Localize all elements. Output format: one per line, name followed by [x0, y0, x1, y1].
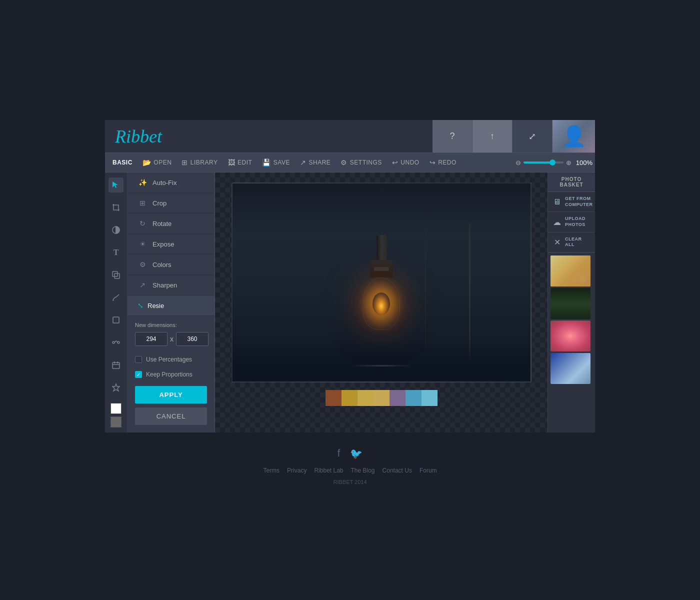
thumbnail-1[interactable] [550, 256, 590, 286]
expose-tool[interactable]: ☀ Expose [128, 234, 214, 254]
colors-tool[interactable]: ⚙ Colors [128, 254, 214, 275]
user-avatar[interactable]: 👤 [552, 120, 595, 152]
background-color-swatch[interactable] [110, 416, 122, 428]
expose-icon: ☀ [138, 240, 148, 248]
facebook-icon[interactable]: f [338, 448, 340, 460]
palette-color-2[interactable] [342, 390, 358, 406]
use-percentages-row[interactable]: Use Percentages [128, 352, 214, 367]
thumbnail-2[interactable] [550, 288, 590, 319]
svg-rect-4 [113, 317, 119, 323]
tab-basic[interactable]: BASIC [108, 153, 138, 172]
auto-fix-label: Auto-Fix [152, 179, 176, 186]
help-button[interactable]: ? [432, 120, 472, 152]
save-icon: 💾 [262, 158, 271, 166]
tab-save[interactable]: 💾 SAVE [257, 153, 295, 172]
privacy-link[interactable]: Privacy [287, 467, 306, 474]
clear-all-icon: ✕ [552, 238, 562, 247]
sidebar-clone-tool[interactable] [108, 268, 124, 282]
rotate-icon: ↻ [138, 220, 148, 228]
thumbnail-4[interactable] [550, 353, 590, 384]
share-label: SHARE [308, 159, 330, 166]
sharpen-icon: ↗ [138, 281, 148, 289]
edit-label: EDIT [238, 159, 252, 166]
rotate-tool[interactable]: ↻ Rotate [128, 214, 214, 234]
sidebar-text-tool[interactable]: T [108, 245, 124, 260]
sidebar-star-tool[interactable] [108, 380, 124, 395]
tab-redo[interactable]: ↪ REDO [424, 153, 462, 172]
palette-color-3[interactable] [358, 390, 374, 406]
get-from-computer-button[interactable]: 🖥 GET FROM COMPUTER [548, 192, 595, 212]
sidebar-select-tool[interactable] [108, 178, 124, 192]
forum-link[interactable]: Forum [420, 467, 437, 474]
clear-all-label: CLEAR ALL [565, 236, 591, 248]
tool-panel: ✨ Auto-Fix ⊞ Crop ↻ Rotate ☀ Expose ⚙ Co… [128, 172, 215, 432]
palette-color-4[interactable] [374, 390, 390, 406]
crop-icon: ⊞ [138, 199, 148, 207]
sidebar-path-tool[interactable] [108, 335, 124, 350]
sidebar-crop-tool[interactable] [108, 200, 124, 215]
tab-share[interactable]: ↗ SHARE [295, 153, 336, 172]
upload-photos-label: UPLOAD PHOTOS [565, 216, 591, 228]
main-toolbar: BASIC 📂 OPEN ⊞ LIBRARY 🖼 EDIT 💾 SAVE ↗ S… [105, 152, 595, 172]
sidebar-exposure-tool[interactable] [108, 222, 124, 238]
resize-tool[interactable]: ⤡ Resie [128, 296, 214, 316]
zoom-increase-icon[interactable]: ⊕ [566, 159, 572, 166]
tab-library[interactable]: ⊞ LIBRARY [176, 153, 222, 172]
cancel-button[interactable]: CANCEL [135, 408, 207, 425]
sidebar-brush-tool[interactable] [108, 290, 124, 305]
palette-color-6[interactable] [406, 390, 422, 406]
copyright: RIBBET 2014 [333, 476, 366, 495]
zoom-decrease-icon[interactable]: ⊖ [516, 159, 521, 166]
sidebar-shape-tool[interactable] [108, 312, 124, 328]
dimensions-section: New dimensions: x [128, 316, 214, 352]
clear-all-button[interactable]: ✕ CLEAR ALL [548, 232, 595, 252]
open-icon: 📂 [142, 158, 152, 166]
colors-icon: ⚙ [138, 260, 148, 268]
sidebar-calendar-tool[interactable] [108, 358, 124, 372]
apply-button[interactable]: APPLY [135, 386, 207, 404]
color-palette [326, 390, 438, 406]
library-icon: ⊞ [182, 158, 188, 166]
zoom-slider[interactable] [524, 162, 564, 164]
crop-label: Crop [152, 200, 166, 207]
redo-icon: ↪ [430, 158, 436, 166]
palette-color-1[interactable] [326, 390, 342, 406]
ribbet-lab-link[interactable]: Ribbet Lab [314, 467, 343, 474]
keep-proportions-checkbox[interactable] [135, 371, 142, 378]
keep-proportions-row[interactable]: Keep Proportions [128, 367, 214, 382]
auto-fix-tool[interactable]: ✨ Auto-Fix [128, 172, 214, 193]
tab-edit[interactable]: 🖼 EDIT [223, 153, 258, 172]
open-label: OPEN [154, 159, 172, 166]
resize-icon: ⤡ [138, 302, 144, 310]
expand-button[interactable]: ⤢ [512, 120, 552, 152]
bulb-container [362, 235, 400, 330]
tab-settings[interactable]: ⚙ SETTINGS [336, 153, 387, 172]
foreground-color-swatch[interactable] [110, 403, 122, 414]
dimensions-label: New dimensions: [135, 322, 207, 328]
terms-link[interactable]: Terms [263, 467, 280, 474]
upload-photos-button[interactable]: ☁ UPLOAD PHOTOS [548, 212, 595, 232]
svg-point-6 [118, 342, 120, 344]
basket-actions: 🖥 GET FROM COMPUTER ☁ UPLOAD PHOTOS ✕ CL… [548, 192, 595, 253]
upload-icon: ↑ [490, 131, 494, 142]
palette-color-5[interactable] [390, 390, 406, 406]
tab-open[interactable]: 📂 OPEN [138, 153, 177, 172]
sharpen-tool[interactable]: ↗ Sharpen [128, 275, 214, 296]
edit-icon: 🖼 [228, 158, 236, 166]
canvas-image[interactable] [232, 182, 532, 382]
height-input[interactable] [176, 332, 208, 346]
save-label: SAVE [274, 159, 290, 166]
the-blog-link[interactable]: The Blog [351, 467, 375, 474]
contact-us-link[interactable]: Contact Us [382, 467, 412, 474]
twitter-icon[interactable]: 🐦 [350, 448, 362, 460]
tab-undo[interactable]: ↩ UNDO [387, 153, 424, 172]
logo: Ribbet [115, 126, 162, 147]
svg-rect-2 [112, 272, 118, 276]
upload-header-button[interactable]: ↑ [472, 120, 512, 152]
crop-tool[interactable]: ⊞ Crop [128, 193, 214, 214]
thumbnail-3[interactable] [550, 320, 590, 352]
palette-color-7[interactable] [422, 390, 438, 406]
svg-rect-7 [112, 362, 120, 368]
use-percentages-checkbox[interactable] [135, 356, 142, 363]
width-input[interactable] [135, 332, 168, 346]
